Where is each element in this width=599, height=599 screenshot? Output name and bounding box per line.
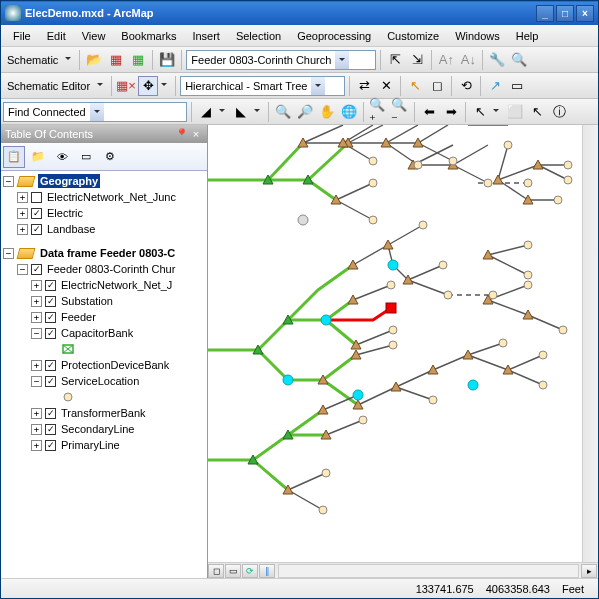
open-diagram-icon[interactable]: 📂 <box>84 50 104 70</box>
toolbar-tools: Find Connected ◢ ◣ 🔍 🔎 ✋ 🌐 🔍⁺ 🔍⁻ ⬅ ➡ ↖ ⬜… <box>1 99 598 125</box>
menu-file[interactable]: File <box>5 28 39 44</box>
menu-customize[interactable]: Customize <box>379 28 447 44</box>
list-by-drawing-icon[interactable]: 📋 <box>3 146 25 168</box>
app-icon <box>5 5 21 21</box>
data-view-icon[interactable]: ◻ <box>208 564 224 578</box>
diagram-icon[interactable]: ▦ <box>128 50 148 70</box>
diagram-icon[interactable]: ▦ <box>106 50 126 70</box>
save-icon[interactable]: 💾 <box>157 50 177 70</box>
full-extent-icon[interactable]: 🌐 <box>339 102 359 122</box>
layer: ElectricNetwork_Net_Junc <box>45 190 178 204</box>
trace-icon[interactable]: ◢ <box>196 102 216 122</box>
toolbar-editor: Schematic Editor ▦× ✥ Hierarchical - Sma… <box>1 73 598 99</box>
layout-icon[interactable]: ✕ <box>376 76 396 96</box>
bottom-bar: ◻ ▭ ⟳ ‖ ▸ <box>208 562 598 578</box>
pin-icon[interactable]: 📍 <box>175 128 189 141</box>
text-a-icon[interactable]: A↓ <box>458 50 478 70</box>
zoom-out-icon[interactable]: 🔎 <box>295 102 315 122</box>
menu-windows[interactable]: Windows <box>447 28 508 44</box>
minimize-button[interactable]: _ <box>536 5 554 22</box>
list-by-source-icon[interactable]: 📁 <box>27 146 49 168</box>
menu-bookmarks[interactable]: Bookmarks <box>113 28 184 44</box>
map-canvas[interactable] <box>208 125 582 562</box>
options-icon[interactable]: ⚙ <box>99 146 121 168</box>
close-button[interactable]: × <box>576 5 594 22</box>
identify-icon[interactable]: ⓘ <box>549 102 569 122</box>
select-arrow-icon[interactable]: ↖ <box>405 76 425 96</box>
layer: TransformerBank <box>59 406 148 420</box>
data-frame-geography: Geography <box>38 174 100 188</box>
window-title: ElecDemo.mxd - ArcMap <box>25 7 534 19</box>
editor-label[interactable]: Schematic Editor <box>3 78 94 94</box>
coord-x: 133741.675 <box>410 583 480 595</box>
diagram-combo[interactable]: Feeder 0803-Corinth Church <box>186 50 376 70</box>
main-area: Table Of Contents 📍 × 📋 📁 👁 ▭ ⚙ −Geograp… <box>1 125 598 578</box>
trace-icon[interactable]: ◣ <box>231 102 251 122</box>
tool-icon[interactable]: ↗ <box>485 76 505 96</box>
menu-selection[interactable]: Selection <box>228 28 289 44</box>
tool-icon[interactable]: ◻ <box>427 76 447 96</box>
layout-view-icon[interactable]: ▭ <box>225 564 241 578</box>
select-arrow-icon[interactable]: ↖ <box>527 102 547 122</box>
menu-insert[interactable]: Insert <box>184 28 228 44</box>
layer: Substation <box>59 294 115 308</box>
layer: PrimaryLine <box>59 438 122 452</box>
refresh-icon[interactable]: ⟳ <box>242 564 258 578</box>
layer: CapacitorBank <box>59 326 135 340</box>
vertical-scrollbar[interactable] <box>582 125 598 562</box>
menubar: File Edit View Bookmarks Insert Selectio… <box>1 25 598 47</box>
edit-icon[interactable]: ▦× <box>116 76 136 96</box>
coord-y: 4063358.643 <box>480 583 556 595</box>
propagate-icon[interactable]: ⇱ <box>385 50 405 70</box>
select-icon[interactable]: ↖ <box>470 102 490 122</box>
maximize-button[interactable]: □ <box>556 5 574 22</box>
layer: Landbase <box>45 222 97 236</box>
schematic-dropdown-icon[interactable] <box>65 57 71 63</box>
menu-geoprocessing[interactable]: Geoprocessing <box>289 28 379 44</box>
horizontal-scrollbar[interactable] <box>278 564 579 578</box>
tool-icon[interactable]: ⟲ <box>456 76 476 96</box>
layer: Feeder <box>59 310 98 324</box>
tool-icon[interactable]: 🔧 <box>487 50 507 70</box>
status-bar: 133741.675 4063358.643 Feet <box>1 578 598 598</box>
layer-tree[interactable]: −Geography +ElectricNetwork_Net_Junc +✓E… <box>1 171 207 578</box>
layout-combo[interactable]: Hierarchical - Smart Tree <box>180 76 345 96</box>
layer: Electric <box>45 206 85 220</box>
layer: Feeder 0803-Corinth Chur <box>45 262 177 276</box>
text-a-icon[interactable]: A↑ <box>436 50 456 70</box>
svg-rect-6 <box>386 303 396 313</box>
data-frame-feeder: Data frame Feeder 0803-C <box>38 246 177 260</box>
layout-icon[interactable]: ⇄ <box>354 76 374 96</box>
titlebar[interactable]: ElecDemo.mxd - ArcMap _ □ × <box>1 1 598 25</box>
menu-view[interactable]: View <box>74 28 114 44</box>
editor-dropdown-icon[interactable] <box>97 83 103 89</box>
coord-unit: Feet <box>556 583 590 595</box>
layer: ElectricNetwork_Net_J <box>59 278 174 292</box>
layer: ServiceLocation <box>59 374 141 388</box>
pan-icon[interactable]: ✋ <box>317 102 337 122</box>
close-panel-icon[interactable]: × <box>189 128 203 140</box>
pause-icon[interactable]: ‖ <box>259 564 275 578</box>
toc-header: Table Of Contents 📍 × <box>1 125 207 143</box>
move-icon[interactable]: ✥ <box>138 76 158 96</box>
schematic-label[interactable]: Schematic <box>3 52 62 68</box>
symbol-capacitor <box>61 344 77 354</box>
toolbar-schematic: Schematic 📂 ▦ ▦ 💾 Feeder 0803-Corinth Ch… <box>1 47 598 73</box>
layer: SecondaryLine <box>59 422 136 436</box>
trace-combo[interactable]: Find Connected <box>3 102 187 122</box>
zoom-tool-icon[interactable]: 🔍⁺ <box>368 102 388 122</box>
prev-extent-icon[interactable]: ⬅ <box>419 102 439 122</box>
menu-help[interactable]: Help <box>508 28 547 44</box>
search-icon[interactable]: 🔍 <box>509 50 529 70</box>
zoom-in-icon[interactable]: 🔍 <box>273 102 293 122</box>
toc-tabs: 📋 📁 👁 ▭ ⚙ <box>1 143 207 171</box>
svg-point-3 <box>64 393 72 401</box>
list-by-selection-icon[interactable]: ▭ <box>75 146 97 168</box>
menu-edit[interactable]: Edit <box>39 28 74 44</box>
list-by-visibility-icon[interactable]: 👁 <box>51 146 73 168</box>
tool-icon[interactable]: ▭ <box>507 76 527 96</box>
clear-icon[interactable]: ⬜ <box>505 102 525 122</box>
zoom-tool-icon[interactable]: 🔍⁻ <box>390 102 410 122</box>
propagate-icon[interactable]: ⇲ <box>407 50 427 70</box>
next-extent-icon[interactable]: ➡ <box>441 102 461 122</box>
